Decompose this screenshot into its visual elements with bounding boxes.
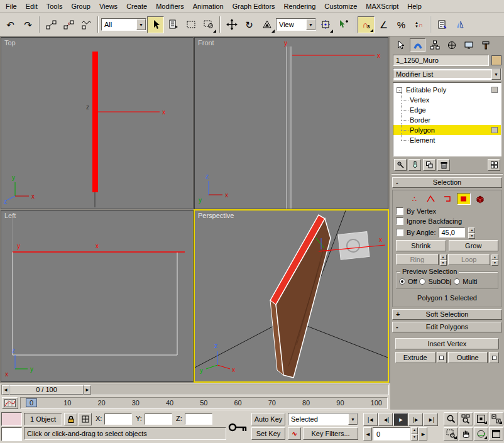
spinner-snap-button[interactable]: ▲▼∩	[410, 16, 427, 33]
time-slider-next-arrow[interactable]: ►	[84, 385, 91, 395]
border-subobject-button[interactable]	[441, 193, 454, 205]
time-slider-prev-arrow[interactable]: ◄	[2, 385, 9, 395]
ring-spinner[interactable]: ▲▼	[440, 254, 447, 265]
menu-help[interactable]: Help	[403, 1, 426, 13]
z-coordinate-field[interactable]	[185, 413, 212, 425]
tab-display[interactable]	[461, 38, 476, 52]
zoom-button[interactable]	[444, 412, 458, 425]
x-coordinate-field[interactable]	[104, 413, 132, 425]
next-frame-button[interactable]: |►	[408, 413, 423, 426]
rollout-edit-polygons-header[interactable]: - Edit Polygons	[392, 322, 502, 332]
extrude-button[interactable]: Extrude	[395, 352, 436, 363]
rollout-soft-selection-header[interactable]: + Soft Selection	[392, 309, 502, 320]
dropdown-arrow-icon[interactable]: ▼	[136, 19, 146, 30]
current-frame-marker[interactable]: 0	[26, 398, 37, 407]
default-tangent-button[interactable]: ∿	[288, 427, 301, 440]
previous-frame-button[interactable]: ◄|	[378, 413, 393, 426]
unlink-selection-button[interactable]	[60, 16, 77, 33]
selection-lock-button[interactable]	[64, 413, 77, 425]
time-slider-track[interactable]: ◄ 0 / 100 ►	[1, 385, 389, 395]
selection-filter-dropdown[interactable]: All ▼	[101, 18, 146, 31]
bind-to-spacewarp-button[interactable]	[78, 16, 95, 33]
outline-settings-button[interactable]	[489, 352, 499, 363]
menu-modifiers[interactable]: Modifiers	[151, 1, 189, 13]
select-and-move-button[interactable]	[223, 16, 240, 33]
zoom-extents-button[interactable]	[474, 412, 488, 425]
tab-motion[interactable]	[444, 38, 459, 52]
stack-item-border[interactable]: Border	[393, 115, 501, 125]
set-key-button[interactable]: Set Key	[251, 427, 285, 440]
angle-spinner[interactable]: ▲▼	[468, 227, 475, 238]
collapse-icon[interactable]: -	[397, 87, 402, 93]
viewport-left[interactable]: Left y x z y x	[1, 211, 193, 381]
play-button[interactable]: ►	[393, 413, 408, 426]
tab-hierarchy[interactable]	[427, 38, 442, 52]
select-and-rotate-button[interactable]: ↻	[241, 16, 258, 33]
menu-tools[interactable]: Tools	[42, 1, 67, 13]
remove-modifier-button[interactable]	[437, 159, 450, 171]
time-slider-thumb[interactable]: 0 / 100	[9, 385, 84, 395]
modifier-onoff-icon[interactable]	[491, 127, 498, 133]
rollout-selection-header[interactable]: - Selection	[392, 177, 502, 188]
menu-group[interactable]: Group	[67, 1, 95, 13]
tab-utilities[interactable]	[478, 38, 493, 52]
stack-item-editable-poly[interactable]: - Editable Poly	[393, 85, 501, 95]
stack-item-polygon[interactable]: Polygon	[393, 125, 501, 135]
zoom-extents-all-button[interactable]	[489, 412, 503, 425]
set-key-mode-button[interactable]	[227, 413, 249, 441]
mirror-button[interactable]	[451, 16, 468, 33]
by-vertex-checkbox[interactable]	[396, 207, 403, 215]
open-mini-curve-editor-button[interactable]	[2, 397, 18, 409]
viewport-top-scene[interactable]: x z y x z	[1, 38, 193, 209]
pan-button[interactable]	[459, 427, 473, 440]
current-frame-field[interactable]: 0	[373, 427, 410, 440]
menu-file[interactable]: File	[1, 1, 21, 13]
select-by-name-button[interactable]	[165, 16, 182, 33]
track-bar-ruler[interactable]: 0 10 20 30 40 50 60 70 80 90 100	[20, 397, 388, 409]
arc-rotate-button[interactable]	[474, 427, 488, 440]
select-and-manipulate-button[interactable]	[334, 16, 351, 33]
ring-button[interactable]: Ring	[396, 254, 439, 265]
vertex-subobject-button[interactable]: ∴	[408, 193, 422, 205]
object-color-swatch[interactable]	[491, 55, 501, 65]
menu-edit[interactable]: Edit	[21, 1, 42, 13]
ignore-backfacing-checkbox[interactable]	[396, 217, 403, 225]
dropdown-arrow-icon[interactable]: ▼	[491, 68, 501, 80]
stack-item-edge[interactable]: Edge	[393, 105, 501, 115]
zoom-all-button[interactable]	[459, 412, 473, 425]
maximize-viewport-toggle-button[interactable]	[489, 427, 503, 440]
snap-toggle-button[interactable]: ∩3	[358, 16, 375, 33]
element-subobject-button[interactable]	[473, 193, 487, 205]
preview-multi-radio[interactable]	[454, 278, 460, 285]
menu-views[interactable]: Views	[95, 1, 122, 13]
viewport-perspective[interactable]: Perspective x	[195, 211, 388, 381]
key-filters-button[interactable]: Key Filters...	[303, 427, 358, 440]
shrink-button[interactable]: Shrink	[396, 240, 446, 251]
go-to-end-button[interactable]: ►|	[424, 413, 438, 426]
dropdown-arrow-icon[interactable]: ▼	[306, 19, 315, 30]
modifier-onoff-icon[interactable]	[491, 87, 498, 93]
viewport-perspective-scene[interactable]: x z x y	[195, 211, 388, 381]
viewport-front[interactable]: Front x y z x y	[195, 38, 388, 209]
menu-create[interactable]: Create	[122, 1, 151, 13]
zoom-region-button[interactable]	[444, 427, 458, 440]
menu-animation[interactable]: Animation	[189, 1, 228, 13]
absolute-offset-toggle-button[interactable]	[79, 413, 92, 425]
select-and-link-button[interactable]	[43, 16, 60, 33]
y-coordinate-field[interactable]	[145, 413, 172, 425]
stack-item-vertex[interactable]: Vertex	[393, 95, 501, 105]
preview-off-radio[interactable]	[399, 278, 405, 285]
go-to-start-button[interactable]: |◄	[363, 413, 378, 426]
frame-forward-button[interactable]: ►	[419, 427, 427, 440]
maxscript-mini-listener[interactable]	[1, 427, 22, 441]
angle-value-field[interactable]: 45,0	[439, 227, 465, 238]
menu-graph-editors[interactable]: Graph Editors	[228, 1, 280, 13]
insert-vertex-button[interactable]: Insert Vertex	[395, 338, 499, 349]
tab-create[interactable]	[393, 38, 408, 52]
outline-button[interactable]: Outline	[448, 352, 488, 363]
frame-spinner[interactable]: ▲▼	[411, 427, 418, 440]
menu-rendering[interactable]: Rendering	[280, 1, 320, 13]
select-and-scale-button[interactable]	[258, 16, 275, 33]
tab-modify[interactable]	[410, 38, 425, 52]
reference-coordinate-dropdown[interactable]: View ▼	[276, 18, 316, 31]
